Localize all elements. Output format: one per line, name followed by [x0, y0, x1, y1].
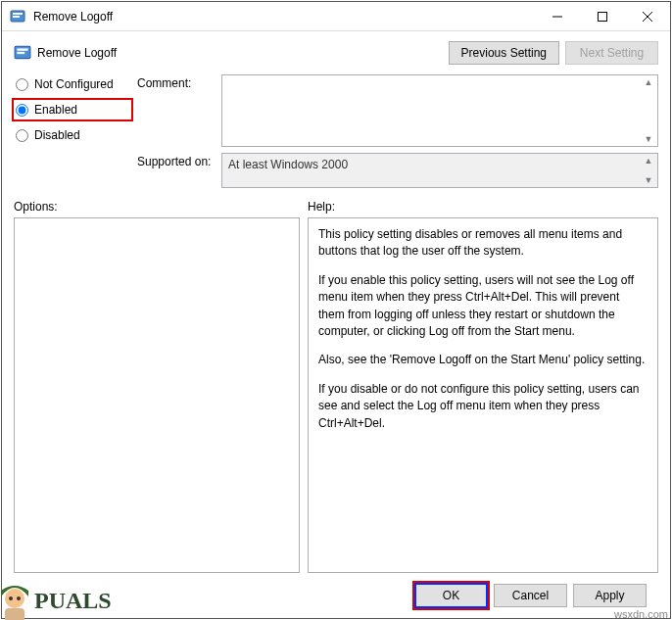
comment-field-container: ▲ ▼ — [221, 74, 658, 147]
options-label: Options: — [14, 200, 308, 214]
maximize-button[interactable] — [580, 2, 625, 31]
comment-label: Comment: — [137, 74, 216, 147]
help-paragraph-1: This policy setting disables or removes … — [318, 226, 648, 261]
svg-rect-2 — [13, 16, 20, 18]
svg-rect-4 — [599, 12, 607, 21]
supported-scroll: ▲ ▼ — [642, 156, 655, 185]
ok-button[interactable]: OK — [414, 583, 488, 608]
comment-field[interactable]: ▲ ▼ — [221, 74, 658, 147]
state-radio-group: Not Configured Enabled Disabled — [14, 74, 131, 188]
radio-enabled-input[interactable] — [16, 104, 28, 117]
policy-title: Remove Logoff — [37, 46, 117, 60]
apply-button[interactable]: Apply — [573, 584, 647, 607]
config-grid: Not Configured Enabled Disabled Comment:… — [14, 74, 658, 188]
scroll-down-icon: ▼ — [642, 134, 655, 144]
radio-disabled-label: Disabled — [34, 128, 80, 142]
radio-enabled[interactable]: Enabled — [12, 98, 133, 121]
dialog-window: Remove Logoff Remove Logoff Previous Set… — [1, 1, 671, 619]
scroll-up-icon: ▲ — [642, 77, 655, 87]
radio-not-configured-input[interactable] — [16, 78, 28, 91]
next-setting-button[interactable]: Next Setting — [565, 41, 658, 65]
close-button[interactable] — [625, 2, 670, 31]
radio-disabled[interactable]: Disabled — [14, 127, 131, 143]
titlebar: Remove Logoff — [2, 2, 670, 31]
header-row: Remove Logoff Previous Setting Next Sett… — [14, 41, 658, 65]
content-area: Remove Logoff Previous Setting Next Sett… — [2, 31, 670, 618]
supported-on-field: At least Windows 2000 ▲ ▼ — [221, 153, 658, 188]
help-pane: This policy setting disables or removes … — [308, 217, 658, 573]
svg-rect-9 — [17, 52, 24, 54]
radio-enabled-label: Enabled — [34, 103, 77, 117]
cancel-button[interactable]: Cancel — [494, 584, 567, 607]
supported-on-label: Supported on: — [137, 153, 216, 188]
radio-disabled-input[interactable] — [16, 129, 28, 142]
options-pane — [14, 217, 300, 573]
scroll-up-icon: ▲ — [642, 156, 655, 166]
help-label: Help: — [308, 200, 335, 214]
help-paragraph-3: Also, see the 'Remove Logoff on the Star… — [318, 352, 648, 368]
radio-not-configured-label: Not Configured — [34, 77, 114, 91]
svg-rect-8 — [17, 49, 27, 51]
policy-icon — [10, 9, 25, 24]
minimize-button[interactable] — [535, 2, 580, 31]
policy-header-icon — [14, 44, 31, 62]
supported-on-container: At least Windows 2000 ▲ ▼ — [221, 153, 658, 188]
pane-labels: Options: Help: — [14, 200, 658, 214]
footer-buttons: OK Cancel Apply — [14, 573, 658, 618]
svg-rect-1 — [13, 13, 23, 15]
help-paragraph-4: If you disable or do not configure this … — [318, 381, 648, 432]
previous-setting-button[interactable]: Previous Setting — [449, 41, 559, 65]
scroll-down-icon: ▼ — [642, 175, 655, 185]
supported-on-value: At least Windows 2000 — [228, 158, 348, 171]
help-paragraph-2: If you enable this policy setting, users… — [318, 272, 648, 341]
radio-not-configured[interactable]: Not Configured — [14, 76, 131, 92]
window-title: Remove Logoff — [33, 10, 113, 24]
main-panes: This policy setting disables or removes … — [14, 217, 658, 573]
comment-scroll: ▲ ▼ — [642, 77, 655, 144]
